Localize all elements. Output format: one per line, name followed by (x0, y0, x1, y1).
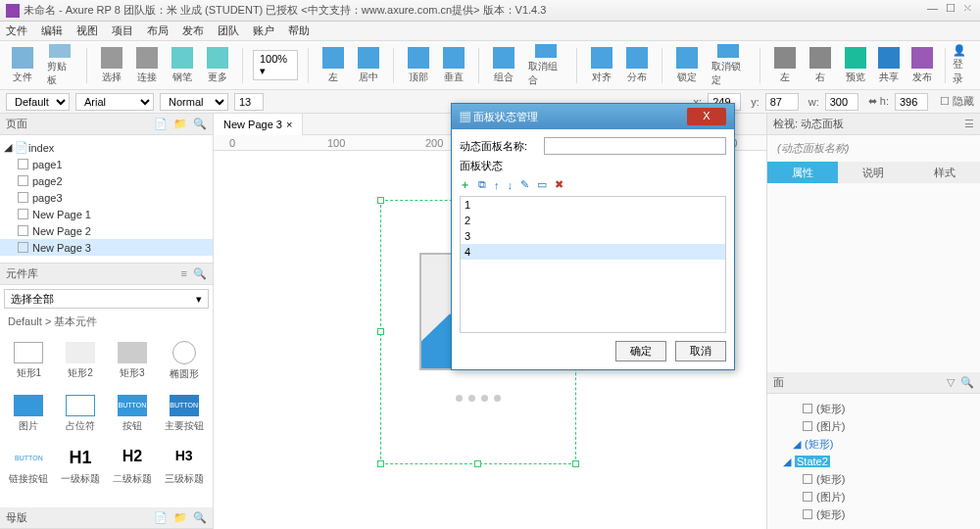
tool-lock[interactable]: 锁定 (672, 44, 702, 87)
tool-unlock[interactable]: 取消锁定 (708, 44, 750, 87)
add-folder-icon[interactable]: 📁 (173, 118, 187, 130)
dlg-name-input[interactable] (544, 137, 726, 155)
add-page-icon[interactable]: 📄 (154, 118, 168, 130)
outline-row[interactable]: ◢ (矩形) (773, 435, 974, 453)
lib-search-icon[interactable]: 🔍 (193, 267, 207, 280)
zoom-select[interactable]: 100% ▾ (253, 50, 298, 80)
outline-state2[interactable]: ◢ State2 (773, 453, 974, 470)
menu-layout[interactable]: 布局 (147, 24, 169, 38)
menu-help[interactable]: 帮助 (288, 24, 310, 38)
menu-team[interactable]: 团队 (218, 24, 239, 38)
dialog-close-button[interactable]: X (687, 108, 726, 125)
tree-np3[interactable]: New Page 3 (0, 239, 213, 256)
shape-rect1[interactable]: 矩形1 (4, 335, 54, 386)
search-icon[interactable]: 🔍 (193, 118, 207, 130)
shape-link-btn[interactable]: BUTTON链接按钮 (4, 441, 54, 492)
up-icon[interactable]: ↑ (494, 179, 500, 191)
menu-edit[interactable]: 编辑 (41, 24, 63, 38)
filter-icon[interactable]: ▽ (947, 376, 955, 389)
login-link[interactable]: 👤 登录 (953, 44, 972, 86)
tab-notes[interactable]: 说明 (838, 162, 908, 183)
down-icon[interactable]: ↓ (508, 179, 514, 191)
y-input[interactable] (765, 93, 799, 111)
master-search-icon[interactable]: 🔍 (193, 511, 207, 524)
tool-top[interactable]: 顶部 (404, 44, 433, 87)
tool-publish[interactable]: 发布 (907, 44, 937, 87)
tool-distribute[interactable]: 分布 (622, 44, 652, 87)
fontsize-input[interactable] (234, 93, 264, 111)
menu-publish[interactable]: 发布 (182, 24, 204, 38)
tool-link[interactable]: 连接 (132, 44, 162, 87)
tool-file[interactable]: 文件 (8, 44, 37, 87)
minimize-icon[interactable]: — (927, 2, 938, 15)
tool-l[interactable]: 左 (770, 44, 800, 87)
tab-close-icon[interactable]: × (286, 119, 292, 130)
outline-row[interactable]: (图片) (773, 488, 974, 505)
delete-icon[interactable]: ✖ (555, 178, 564, 191)
outline-row[interactable]: (矩形) (773, 400, 974, 417)
close-icon[interactable]: ⛌ (963, 2, 974, 15)
lib-menu-icon[interactable]: ≡ (181, 267, 187, 280)
tree-np1[interactable]: New Page 1 (0, 206, 213, 222)
state-item-1[interactable]: 1 (461, 197, 725, 213)
state-item-2[interactable]: 2 (461, 213, 725, 228)
hide-label[interactable]: 隐藏 (953, 95, 974, 107)
outline-row[interactable]: (矩形) (773, 470, 974, 488)
tool-group-btn[interactable]: 组合 (489, 44, 518, 87)
font-select[interactable]: Arial (75, 93, 154, 111)
menu-file[interactable]: 文件 (6, 24, 27, 38)
duplicate-icon[interactable]: ⧉ (478, 178, 486, 191)
dialog-titlebar[interactable]: ▦ 面板状态管理 X (452, 104, 734, 129)
shape-placeholder[interactable]: 占位符 (56, 388, 106, 439)
select-all-dropdown[interactable]: 选择全部▾ (4, 289, 209, 309)
add-icon[interactable]: ＋ (460, 177, 470, 192)
state-item-4[interactable]: 4 (461, 244, 725, 260)
rename-icon[interactable]: ▭ (537, 178, 547, 191)
tree-page2[interactable]: page2 (0, 172, 213, 189)
shape-h1[interactable]: H1一级标题 (56, 441, 106, 492)
outline-search-icon[interactable]: 🔍 (960, 376, 974, 389)
tool-center[interactable]: 居中 (354, 44, 383, 87)
edit-icon[interactable]: ✎ (520, 178, 529, 191)
maximize-icon[interactable]: ☐ (946, 2, 956, 15)
weight-select[interactable]: Normal (160, 93, 228, 111)
tool-align[interactable]: 对齐 (587, 44, 616, 87)
shape-ellipse[interactable]: 椭圆形 (159, 335, 209, 386)
master-folder-icon[interactable]: 📁 (173, 511, 187, 524)
style-select[interactable]: Default (6, 93, 70, 111)
menu-project[interactable]: 项目 (112, 24, 133, 38)
outline-row[interactable]: (矩形) (773, 505, 974, 523)
tool-pen[interactable]: 钢笔 (168, 44, 197, 87)
tool-ungroup[interactable]: 取消组合 (524, 44, 566, 87)
tool-left[interactable]: 左 (318, 44, 348, 87)
outline-row[interactable]: (图片) (773, 417, 974, 435)
h-input[interactable] (895, 93, 928, 111)
state-item-3[interactable]: 3 (461, 228, 725, 244)
shape-h2[interactable]: H2二级标题 (108, 441, 158, 492)
dialog-cancel-button[interactable]: 取消 (675, 341, 726, 361)
tool-clipboard[interactable]: 剪贴板 (43, 44, 76, 87)
tool-share[interactable]: 共享 (874, 44, 904, 87)
shape-h3[interactable]: H3三级标题 (159, 441, 209, 492)
shape-image[interactable]: 图片 (4, 388, 54, 439)
tree-np2[interactable]: New Page 2 (0, 222, 213, 239)
menu-view[interactable]: 视图 (76, 24, 98, 38)
tool-select[interactable]: 选择 (97, 44, 126, 87)
tab-newpage3[interactable]: New Page 3× (214, 114, 303, 135)
tab-properties[interactable]: 属性 (767, 162, 838, 183)
tab-style[interactable]: 样式 (909, 162, 980, 183)
shape-primary-btn[interactable]: BUTTON主要按钮 (159, 388, 209, 439)
tree-page1[interactable]: page1 (0, 156, 213, 172)
tree-page3[interactable]: page3 (0, 189, 213, 206)
dialog-ok-button[interactable]: 确定 (615, 341, 666, 361)
tool-preview[interactable]: 预览 (841, 44, 870, 87)
master-add-icon[interactable]: 📄 (154, 511, 168, 524)
menu-account[interactable]: 账户 (253, 24, 274, 38)
shape-button[interactable]: BUTTON按钮 (108, 388, 158, 439)
shape-rect2[interactable]: 矩形2 (56, 335, 106, 386)
tool-more[interactable]: 更多 (203, 44, 232, 87)
tree-index[interactable]: ◢ 📄 index (0, 139, 213, 156)
w-input[interactable] (825, 93, 858, 111)
tool-vert[interactable]: 垂直 (439, 44, 468, 87)
tool-r[interactable]: 右 (806, 44, 835, 87)
